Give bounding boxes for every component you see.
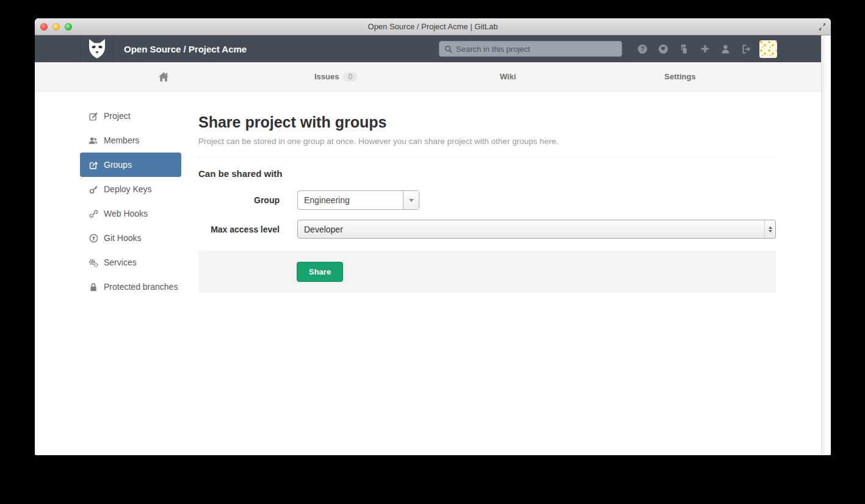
share-button[interactable]: Share	[297, 262, 343, 282]
nav-item-wiki[interactable]: Wiki	[422, 62, 594, 91]
help-icon[interactable]: ?	[637, 44, 648, 54]
close-window-button[interactable]	[40, 23, 48, 31]
chevron-down-icon	[409, 199, 414, 202]
sidebar-item-label: Project	[104, 111, 131, 121]
zoom-window-button[interactable]	[65, 23, 72, 31]
sidebar-item-label: Protected branches	[104, 282, 178, 292]
sidebar-item-web-hooks[interactable]: Web Hooks	[80, 201, 181, 226]
scrollbar-track[interactable]	[821, 35, 831, 455]
sidebar-item-project[interactable]: Project	[80, 104, 181, 128]
window-title: Open Source / Project Acme | GitLab	[368, 22, 498, 31]
section-heading: Can be shared with	[198, 168, 776, 179]
users-icon	[89, 136, 98, 145]
svg-text:?: ?	[640, 46, 644, 52]
sidebar-item-label: Members	[104, 135, 139, 145]
user-avatar[interactable]	[759, 40, 777, 58]
select-stepper-icon	[764, 220, 775, 238]
sidebar-item-groups[interactable]: Groups	[80, 153, 181, 177]
group-form-row: Group Engineering	[198, 190, 776, 210]
sidebar-item-label: Git Hooks	[104, 233, 141, 243]
sidebar-item-label: Groups	[104, 160, 132, 170]
nav-item-settings[interactable]: Settings	[594, 62, 766, 91]
sidebar-item-label: Services	[104, 257, 137, 267]
gitlab-logo[interactable]	[80, 35, 114, 62]
search-box[interactable]	[439, 41, 622, 57]
key-icon	[89, 185, 98, 194]
divider	[198, 157, 776, 157]
page-title: Share project with groups	[198, 113, 776, 131]
issues-count-badge: 0	[343, 72, 357, 82]
nav-item-issues[interactable]: Issues 0	[250, 62, 422, 91]
max-access-select[interactable]: Developer	[297, 220, 776, 239]
home-icon	[158, 72, 169, 82]
globe-icon[interactable]	[658, 44, 668, 54]
sidebar-item-git-hooks[interactable]: Git Hooks	[80, 226, 181, 250]
nav-item-label: Settings	[664, 72, 695, 81]
group-label: Group	[198, 195, 280, 205]
sign-out-icon[interactable]	[741, 44, 751, 54]
max-access-form-row: Max access level Developer	[198, 220, 776, 239]
nav-item-label: Issues	[314, 72, 339, 81]
gears-icon	[89, 258, 98, 267]
pencil-square-icon	[89, 112, 98, 121]
max-access-label: Max access level	[198, 225, 280, 234]
max-access-select-value: Developer	[298, 225, 764, 234]
project-breadcrumb-title: Open Source / Project Acme	[124, 44, 247, 54]
form-actions: Share	[198, 251, 776, 293]
settings-sidebar: Project Members	[80, 92, 181, 455]
sidebar-item-protected-branches[interactable]: Protected branches	[80, 275, 181, 299]
app-header: Open Source / Project Acme ?	[35, 35, 821, 62]
lock-icon	[89, 283, 98, 292]
window-controls	[40, 23, 72, 31]
sidebar-item-members[interactable]: Members	[80, 128, 181, 153]
plus-icon[interactable]	[700, 44, 710, 54]
group-select[interactable]: Engineering	[297, 190, 419, 210]
sidebar-item-label: Web Hooks	[104, 209, 148, 218]
share-square-icon	[89, 160, 98, 170]
copy-icon[interactable]	[679, 44, 689, 54]
page-description: Project can be stored in one group at on…	[198, 137, 776, 146]
header-icon-bar: ?	[637, 44, 751, 54]
sidebar-item-label: Deploy Keys	[104, 184, 152, 194]
resize-icon[interactable]	[818, 23, 827, 34]
arrow-circle-up-icon	[89, 234, 98, 243]
group-select-arrow[interactable]	[403, 191, 419, 209]
nav-item-home[interactable]	[78, 62, 250, 91]
user-icon[interactable]	[720, 44, 731, 54]
nav-item-label: Wiki	[500, 72, 516, 81]
titlebar: Open Source / Project Acme | GitLab	[35, 18, 831, 35]
gitlab-fox-logo-icon	[87, 38, 107, 59]
minimize-window-button[interactable]	[52, 23, 60, 31]
group-select-value: Engineering	[298, 195, 403, 205]
browser-window: Open Source / Project Acme | GitLab	[35, 18, 831, 455]
project-nav: Issues 0 Wiki Settings	[35, 62, 821, 92]
sidebar-item-services[interactable]: Services	[80, 250, 181, 275]
sidebar-item-deploy-keys[interactable]: Deploy Keys	[80, 177, 181, 201]
search-icon	[444, 45, 452, 53]
link-icon	[89, 209, 98, 218]
search-input[interactable]	[456, 45, 617, 54]
